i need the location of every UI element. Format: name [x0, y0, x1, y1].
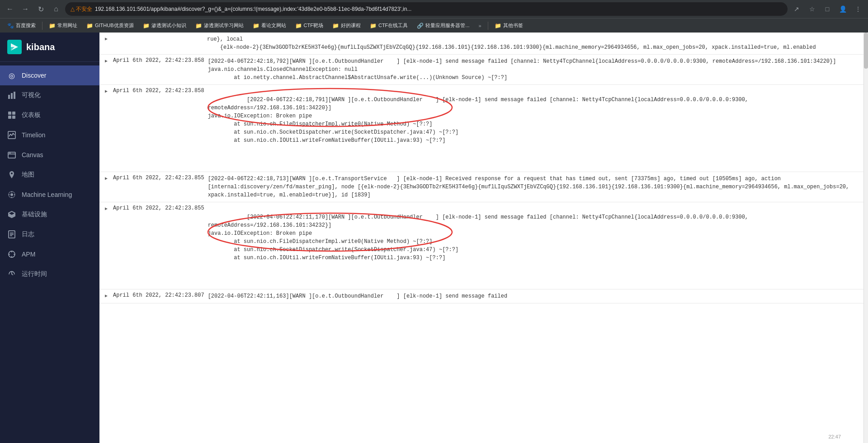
svg-point-13	[10, 193, 13, 196]
sidebar-item-discover[interactable]: ◎ Discover	[0, 65, 99, 85]
log-message: [2022-04-06T22:42:11,170][WARN ][o.e.t.O…	[208, 205, 863, 286]
sidebar-label-dashboard: 仪表板	[22, 111, 41, 119]
log-entry-annotated-1: ▶ April 6th 2022, 22:42:23.858 [2022-04-…	[99, 85, 868, 172]
sidebar-item-infra[interactable]: 基础设施	[0, 205, 99, 224]
svg-rect-6	[12, 112, 15, 115]
expand-icon[interactable]: ▶	[105, 89, 109, 94]
apm-icon	[7, 250, 16, 259]
expand-icon[interactable]: ▶	[105, 58, 109, 64]
home-button[interactable]: ⌂	[50, 3, 62, 15]
bookmark-courses[interactable]: 📁 好的课程	[329, 21, 364, 30]
log-timestamp: April 6th 2022, 22:42:23.858	[113, 57, 204, 64]
bookmark-others[interactable]: 📁 其他书签	[491, 21, 527, 30]
log-message: rue}, local {elk-node-2}{3Ehw3GODTb2rKE5…	[207, 35, 863, 51]
bookmark-github[interactable]: 📁 GITHUB优质资源	[83, 21, 137, 30]
log-entry: ▶ April 6th 2022, 22:42:23.807 [2022-04-…	[99, 289, 868, 303]
bookmark-common[interactable]: 📁 常用网址	[45, 21, 81, 30]
bookmark-ctf[interactable]: 📁 CTF靶场	[292, 21, 327, 30]
bookmarks-bar: 🐾 百度搜索 📁 常用网址 📁 GITHUB优质资源 📁 渗透测试小知识 📁 渗…	[0, 18, 868, 33]
svg-rect-2	[8, 95, 10, 99]
bookmark-paper[interactable]: 📁 看论文网站	[249, 21, 290, 30]
log-entry-annotated-2: ▶ April 6th 2022, 22:42:23.855 [2022-04-…	[99, 202, 868, 289]
bookmark-icon: 📁	[495, 23, 501, 29]
more-menu-button[interactable]: ⋮	[852, 3, 864, 15]
maps-icon	[7, 170, 16, 179]
infra-icon	[7, 210, 16, 219]
sidebar-item-logs[interactable]: 日志	[0, 224, 99, 244]
log-entry: ▶ rue}, local {elk-node-2}{3Ehw3GODTb2rK…	[99, 33, 868, 55]
bookmark-icon: 📁	[332, 23, 339, 29]
log-entry: ▶ April 6th 2022, 22:42:23.858 [2022-04-…	[99, 55, 868, 85]
log-container[interactable]: ▶ rue}, local {elk-node-2}{3Ehw3GODTb2rK…	[99, 33, 868, 303]
bookmark-icon: 🐾	[7, 23, 14, 29]
svg-rect-7	[8, 116, 11, 119]
svg-rect-5	[8, 112, 11, 115]
bookmark-icon: 📁	[143, 23, 150, 29]
sidebar-label-uptime: 运行时间	[22, 270, 47, 278]
visualize-icon	[7, 91, 16, 100]
sidebar-logo: kibana	[0, 33, 99, 62]
log-message: [2022-04-06T22:42:18,792][WARN ][o.e.t.O…	[208, 57, 863, 82]
log-message: [2022-04-06T22:42:18,791][WARN ][o.e.t.O…	[208, 88, 863, 169]
sidebar: kibana ◎ Discover 可视化	[0, 33, 99, 443]
back-button[interactable]: ←	[4, 3, 16, 15]
bookmark-icon: 📁	[295, 23, 302, 29]
bookmark-separator-2	[488, 22, 488, 30]
expand-icon[interactable]: ▶	[105, 293, 109, 298]
log-entry: ▶ April 6th 2022, 22:42:23.855 [2022-04-…	[99, 172, 868, 202]
bookmark-pentest[interactable]: 📁 渗透测试小知识	[139, 21, 190, 30]
kibana-title: kibana	[26, 42, 55, 52]
scrollbar-thumb[interactable]	[864, 33, 868, 69]
log-timestamp: April 6th 2022, 22:42:23.855	[113, 175, 204, 181]
sidebar-label-maps: 地图	[22, 171, 34, 179]
log-timestamp: April 6th 2022, 22:42:23.858	[113, 88, 204, 94]
bookmark-server[interactable]: 🔗 轻量应用服务器管...	[413, 21, 473, 30]
content-area: ▶ rue}, local {elk-node-2}{3Ehw3GODTb2rK…	[99, 33, 868, 443]
sidebar-label-timelion: Timelion	[22, 131, 45, 139]
sidebar-label-infra: 基础设施	[22, 210, 47, 219]
browser-chrome: ← → ↻ ⌂ △ 不安全 192.168.136.101:5601/app/k…	[0, 0, 868, 33]
bookmark-more[interactable]: »	[475, 22, 485, 29]
discover-icon: ◎	[7, 71, 16, 80]
window-button[interactable]: □	[821, 3, 834, 15]
bookmark-icon: 🔗	[417, 23, 424, 29]
bookmark-ctf-tools[interactable]: 📁 CTF在线工具	[366, 21, 411, 30]
watermark-time: 22:47	[828, 434, 841, 439]
bookmark-star-button[interactable]: ☆	[806, 3, 818, 15]
svg-rect-10	[8, 152, 15, 158]
share-button[interactable]: ↗	[790, 3, 803, 15]
canvas-icon	[7, 150, 16, 159]
refresh-button[interactable]: ↻	[34, 3, 47, 15]
svg-rect-3	[11, 93, 13, 99]
forward-button[interactable]: →	[19, 3, 32, 15]
bookmark-icon: 📁	[49, 23, 56, 29]
ml-icon	[7, 190, 16, 199]
sidebar-nav: ◎ Discover 可视化	[0, 62, 99, 288]
sidebar-item-apm[interactable]: APM	[0, 244, 99, 264]
profile-button[interactable]: 👤	[836, 3, 849, 15]
sidebar-item-visualize[interactable]: 可视化	[0, 85, 99, 105]
sidebar-item-ml[interactable]: Machine Learning	[0, 185, 99, 205]
sidebar-label-canvas: Canvas	[22, 151, 43, 159]
log-message: [2022-04-06T22:42:11,163][WARN ][o.e.t.O…	[208, 292, 863, 300]
dashboard-icon	[7, 111, 16, 120]
uptime-icon	[7, 270, 16, 279]
expand-icon[interactable]: ▶	[105, 36, 109, 42]
bookmark-pentest-learn[interactable]: 📁 渗透测试学习网站	[192, 21, 247, 30]
security-indicator: △ 不安全	[71, 5, 92, 13]
main-container: kibana ◎ Discover 可视化	[0, 33, 868, 443]
sidebar-item-canvas[interactable]: Canvas	[0, 145, 99, 165]
expand-icon[interactable]: ▶	[105, 206, 109, 211]
sidebar-item-timelion[interactable]: Timelion	[0, 125, 99, 145]
sidebar-item-uptime[interactable]: 运行时间	[0, 264, 99, 284]
bookmark-icon: 📁	[195, 23, 202, 29]
sidebar-item-maps[interactable]: 地图	[0, 165, 99, 185]
warning-icon: △	[71, 6, 75, 12]
expand-icon[interactable]: ▶	[105, 176, 109, 181]
bookmark-baidu[interactable]: 🐾 百度搜索	[4, 21, 39, 30]
sidebar-item-dashboard[interactable]: 仪表板	[0, 105, 99, 125]
address-bar[interactable]: △ 不安全 192.168.136.101:5601/app/kibana#/d…	[65, 2, 788, 16]
scrollbar-track[interactable]	[863, 33, 868, 443]
sidebar-label-logs: 日志	[22, 230, 34, 238]
bookmark-icon: 📁	[253, 23, 259, 29]
